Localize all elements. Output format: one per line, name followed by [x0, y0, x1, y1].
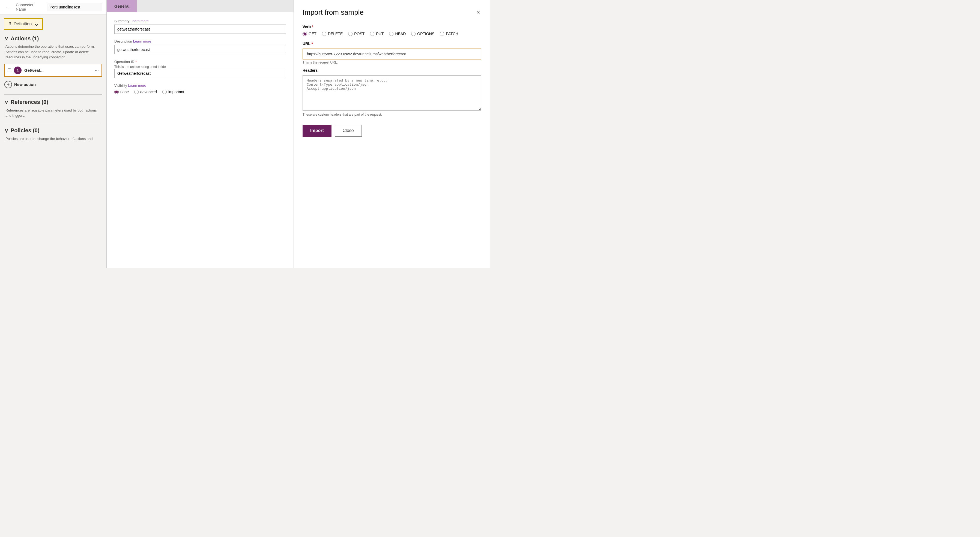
policies-heading: Policies (0)	[11, 127, 40, 133]
url-required-star: *	[311, 41, 313, 46]
right-panel-header: Import from sample ×	[302, 8, 481, 17]
collapse-policies-icon: ∨	[4, 127, 8, 134]
actions-heading: Actions (1)	[11, 35, 39, 42]
chevron-down-icon	[34, 22, 38, 26]
description-field-group: Description Learn more	[114, 39, 286, 54]
action-name: Getweat...	[24, 68, 92, 73]
visibility-none-label: none	[120, 90, 129, 94]
visibility-advanced-label: advanced	[140, 90, 157, 94]
verb-delete-option[interactable]: DELETE	[322, 32, 343, 36]
references-heading: References (0)	[11, 99, 48, 105]
action-more-options[interactable]: ···	[95, 67, 99, 73]
visibility-none-option[interactable]: none	[114, 90, 129, 94]
plus-icon: +	[4, 81, 12, 88]
action-buttons: Import Close	[302, 125, 481, 137]
visibility-learn-more-link[interactable]: Learn more	[128, 83, 146, 87]
verb-put-radio[interactable]	[370, 32, 374, 36]
references-section-header[interactable]: ∨ References (0)	[4, 99, 102, 106]
back-button[interactable]: ←	[4, 3, 11, 11]
url-input[interactable]	[302, 49, 481, 59]
verb-get-option[interactable]: GET	[302, 32, 317, 36]
definition-tab[interactable]: 3. Definition	[4, 18, 43, 30]
verb-options-option[interactable]: OPTIONS	[411, 32, 434, 36]
operation-id-input[interactable]	[114, 69, 286, 78]
summary-label: Summary Learn more	[114, 19, 286, 23]
summary-input[interactable]	[114, 25, 286, 34]
actions-description: Actions determine the operations that us…	[4, 44, 102, 60]
headers-hint: These are custom headers that are part o…	[302, 113, 481, 116]
verb-options-label: OPTIONS	[417, 32, 434, 36]
connector-name-label: Connector Name	[16, 3, 42, 11]
visibility-important-label: important	[168, 90, 184, 94]
operation-id-required-star: *	[135, 60, 137, 64]
new-action-label: New action	[14, 82, 36, 87]
description-learn-more-link[interactable]: Learn more	[133, 39, 151, 43]
verb-put-option[interactable]: PUT	[370, 32, 383, 36]
definition-tab-label: 3. Definition	[9, 22, 32, 27]
divider-1	[4, 94, 102, 95]
visibility-section: Visibility Learn more none advanced impo…	[114, 83, 286, 94]
headers-textarea[interactable]	[302, 75, 481, 111]
verb-required-star: *	[312, 25, 313, 29]
verb-get-radio[interactable]	[302, 32, 307, 36]
verb-post-radio[interactable]	[348, 32, 353, 36]
url-hint: This is the request URL.	[302, 60, 481, 64]
close-action-button[interactable]: Close	[335, 125, 362, 137]
top-bar: ← Connector Name	[0, 0, 107, 14]
url-label: URL *	[302, 41, 481, 46]
verb-patch-option[interactable]: PATCH	[440, 32, 458, 36]
left-panel: ← Connector Name 3. Definition ∨ Actions…	[0, 0, 107, 268]
headers-section: Headers These are custom headers that ar…	[302, 68, 481, 116]
actions-section-header[interactable]: ∨ Actions (1)	[4, 35, 102, 42]
right-panel-title: Import from sample	[302, 8, 364, 17]
middle-content: Summary Learn more Description Learn mor…	[107, 12, 294, 268]
collapse-references-icon: ∨	[4, 99, 8, 106]
verb-options-radio[interactable]	[411, 32, 415, 36]
verb-head-radio[interactable]	[389, 32, 393, 36]
close-panel-button[interactable]: ×	[476, 8, 481, 17]
visibility-none-radio[interactable]	[114, 90, 119, 94]
verb-get-label: GET	[309, 32, 317, 36]
description-input[interactable]	[114, 45, 286, 54]
operation-id-label: Operation ID *	[114, 60, 286, 64]
description-label: Description Learn more	[114, 39, 286, 43]
verb-radio-group: GET DELETE POST PUT HEAD OPTIONS	[302, 32, 481, 36]
summary-learn-more-link[interactable]: Learn more	[130, 19, 148, 23]
verb-post-label: POST	[354, 32, 364, 36]
policies-section-header[interactable]: ∨ Policies (0)	[4, 127, 102, 134]
action-badge: 1	[14, 67, 22, 74]
visibility-advanced-option[interactable]: advanced	[134, 90, 157, 94]
collapse-actions-icon: ∨	[4, 35, 8, 42]
policies-description: Policies are used to change the behavior…	[4, 136, 102, 141]
visibility-important-option[interactable]: important	[162, 90, 184, 94]
verb-label: Verb *	[302, 25, 481, 29]
middle-panel: General Summary Learn more Description L…	[107, 0, 294, 268]
operation-id-field-group: Operation ID * This is the unique string…	[114, 60, 286, 78]
visibility-advanced-radio[interactable]	[134, 90, 138, 94]
verb-post-option[interactable]: POST	[348, 32, 364, 36]
headers-label: Headers	[302, 68, 481, 73]
references-description: References are reusable parameters used …	[4, 108, 102, 118]
tabs-bar: General	[107, 0, 294, 12]
visibility-important-radio[interactable]	[162, 90, 167, 94]
connector-name-input[interactable]	[47, 3, 102, 11]
verb-patch-label: PATCH	[446, 32, 458, 36]
verb-section: Verb * GET DELETE POST PUT HEAD	[302, 25, 481, 36]
visibility-radio-group: none advanced important	[114, 90, 286, 94]
verb-head-label: HEAD	[395, 32, 406, 36]
verb-patch-radio[interactable]	[440, 32, 444, 36]
new-action-button[interactable]: + New action	[4, 79, 36, 90]
summary-field-group: Summary Learn more	[114, 19, 286, 34]
verb-delete-label: DELETE	[328, 32, 343, 36]
operation-id-hint: This is the unique string used to ide	[114, 65, 286, 69]
import-button[interactable]: Import	[302, 125, 331, 137]
action-checkbox[interactable]	[8, 68, 11, 72]
verb-delete-radio[interactable]	[322, 32, 326, 36]
visibility-label: Visibility Learn more	[114, 83, 286, 87]
tab-general[interactable]: General	[107, 0, 137, 12]
verb-head-option[interactable]: HEAD	[389, 32, 406, 36]
url-section: URL * This is the request URL.	[302, 41, 481, 64]
action-item[interactable]: 1 Getweat... ···	[4, 64, 102, 77]
left-content: ∨ Actions (1) Actions determine the oper…	[0, 30, 107, 268]
right-panel: Import from sample × Verb * GET DELETE P…	[294, 0, 490, 268]
